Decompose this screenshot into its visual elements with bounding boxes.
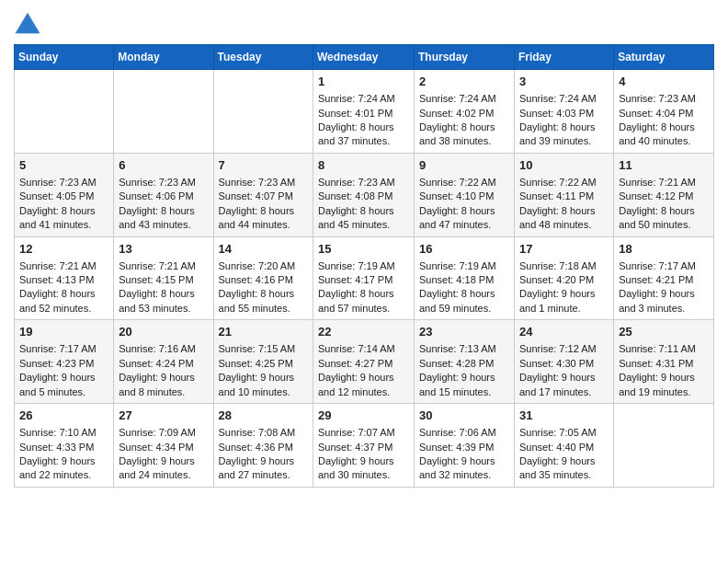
cell-info-line: Daylight: 8 hours and 41 minutes. <box>19 204 108 233</box>
day-header-saturday: Saturday <box>614 45 714 70</box>
day-header-wednesday: Wednesday <box>313 45 415 70</box>
header <box>14 9 714 37</box>
day-number: 24 <box>519 324 609 340</box>
calendar-cell: 8Sunrise: 7:23 AMSunset: 4:08 PMDaylight… <box>313 153 415 236</box>
cell-info-line: Sunrise: 7:13 AM <box>419 342 509 356</box>
calendar-cell: 3Sunrise: 7:24 AMSunset: 4:03 PMDaylight… <box>514 70 613 154</box>
cell-info-line: Daylight: 8 hours and 50 minutes. <box>619 204 709 233</box>
calendar-cell: 13Sunrise: 7:21 AMSunset: 4:15 PMDayligh… <box>114 236 213 320</box>
cell-info-line: Sunset: 4:23 PM <box>19 357 108 371</box>
cell-info-line: Sunset: 4:18 PM <box>419 273 509 287</box>
calendar-cell: 25Sunrise: 7:11 AMSunset: 4:31 PMDayligh… <box>614 320 714 404</box>
cell-info-line: Sunrise: 7:24 AM <box>519 92 609 106</box>
day-header-sunday: Sunday <box>15 45 114 70</box>
calendar-cell: 28Sunrise: 7:08 AMSunset: 4:36 PMDayligh… <box>213 404 313 488</box>
cell-info-line: Daylight: 9 hours and 30 minutes. <box>318 454 409 483</box>
calendar-cell: 21Sunrise: 7:15 AMSunset: 4:25 PMDayligh… <box>213 320 313 404</box>
cell-info-line: Sunrise: 7:17 AM <box>619 259 709 273</box>
calendar-cell: 22Sunrise: 7:14 AMSunset: 4:27 PMDayligh… <box>313 320 415 404</box>
cell-info-line: Sunrise: 7:12 AM <box>519 342 609 356</box>
cell-info-line: Sunset: 4:24 PM <box>119 357 208 371</box>
cell-info-line: Sunrise: 7:19 AM <box>419 259 509 273</box>
cell-info-line: Sunset: 4:17 PM <box>318 273 409 287</box>
day-number: 7 <box>219 157 308 174</box>
cell-info-line: Sunrise: 7:21 AM <box>19 259 108 273</box>
cell-info-line: Sunrise: 7:21 AM <box>119 259 208 273</box>
cell-info-line: Sunrise: 7:14 AM <box>318 342 409 356</box>
cell-info-line: Sunrise: 7:23 AM <box>318 176 409 190</box>
calendar-cell: 1Sunrise: 7:24 AMSunset: 4:01 PMDaylight… <box>313 70 415 154</box>
cell-info-line: Sunset: 4:31 PM <box>619 357 709 371</box>
cell-info-line: Daylight: 9 hours and 5 minutes. <box>19 371 108 399</box>
cell-info-line: Daylight: 8 hours and 38 minutes. <box>419 121 509 149</box>
calendar-cell <box>15 70 114 154</box>
cell-info-line: Sunset: 4:06 PM <box>119 190 208 203</box>
cell-info-line: Sunset: 4:36 PM <box>219 441 308 454</box>
calendar-cell: 2Sunrise: 7:24 AMSunset: 4:02 PMDaylight… <box>414 70 514 154</box>
calendar-cell: 26Sunrise: 7:10 AMSunset: 4:33 PMDayligh… <box>15 404 114 488</box>
cell-info-line: Daylight: 8 hours and 53 minutes. <box>119 287 208 316</box>
cell-info-line: Sunset: 4:37 PM <box>318 441 409 454</box>
calendar-header: SundayMondayTuesdayWednesdayThursdayFrid… <box>15 45 714 70</box>
cell-info-line: Sunset: 4:30 PM <box>519 357 609 371</box>
cell-info-line: Daylight: 8 hours and 40 minutes. <box>619 121 709 149</box>
calendar-week-4: 19Sunrise: 7:17 AMSunset: 4:23 PMDayligh… <box>15 320 714 404</box>
cell-info-line: Sunset: 4:34 PM <box>119 441 208 454</box>
calendar-cell: 24Sunrise: 7:12 AMSunset: 4:30 PMDayligh… <box>514 320 613 404</box>
calendar-cell: 27Sunrise: 7:09 AMSunset: 4:34 PMDayligh… <box>114 404 213 488</box>
logo-icon <box>14 9 41 37</box>
cell-info-line: Sunset: 4:03 PM <box>519 107 609 121</box>
cell-info-line: Sunset: 4:39 PM <box>419 441 509 454</box>
cell-info-line: Daylight: 8 hours and 44 minutes. <box>219 204 308 233</box>
cell-info-line: Sunrise: 7:06 AM <box>419 426 509 440</box>
cell-info-line: Sunset: 4:15 PM <box>119 273 208 287</box>
calendar-cell: 30Sunrise: 7:06 AMSunset: 4:39 PMDayligh… <box>414 404 514 488</box>
day-number: 15 <box>318 241 409 258</box>
cell-info-line: Daylight: 9 hours and 12 minutes. <box>318 371 409 399</box>
day-number: 28 <box>219 408 308 424</box>
cell-info-line: Daylight: 9 hours and 3 minutes. <box>619 287 709 316</box>
cell-info-line: Daylight: 8 hours and 57 minutes. <box>318 287 409 316</box>
day-number: 27 <box>119 408 208 424</box>
cell-info-line: Sunrise: 7:20 AM <box>219 259 308 273</box>
cell-info-line: Sunrise: 7:24 AM <box>318 92 409 106</box>
day-number: 5 <box>19 157 108 174</box>
cell-info-line: Sunset: 4:28 PM <box>419 357 509 371</box>
cell-info-line: Sunrise: 7:16 AM <box>119 342 208 356</box>
cell-info-line: Sunrise: 7:22 AM <box>419 176 509 190</box>
cell-info-line: Sunset: 4:05 PM <box>19 190 108 203</box>
calendar-cell: 20Sunrise: 7:16 AMSunset: 4:24 PMDayligh… <box>114 320 213 404</box>
cell-info-line: Sunrise: 7:22 AM <box>519 176 609 190</box>
day-number: 1 <box>318 74 409 90</box>
cell-info-line: Sunrise: 7:21 AM <box>619 176 709 190</box>
calendar-cell: 23Sunrise: 7:13 AMSunset: 4:28 PMDayligh… <box>414 320 514 404</box>
calendar-cell: 31Sunrise: 7:05 AMSunset: 4:40 PMDayligh… <box>514 404 613 488</box>
day-number: 4 <box>619 74 709 90</box>
cell-info-line: Sunset: 4:13 PM <box>19 273 108 287</box>
calendar-table: SundayMondayTuesdayWednesdayThursdayFrid… <box>14 44 714 488</box>
cell-info-line: Sunset: 4:25 PM <box>219 357 308 371</box>
day-number: 8 <box>318 157 409 174</box>
cell-info-line: Daylight: 9 hours and 32 minutes. <box>419 454 509 483</box>
cell-info-line: Sunrise: 7:11 AM <box>619 342 709 356</box>
calendar-cell: 9Sunrise: 7:22 AMSunset: 4:10 PMDaylight… <box>414 153 514 236</box>
cell-info-line: Sunrise: 7:10 AM <box>19 426 108 440</box>
cell-info-line: Daylight: 9 hours and 1 minute. <box>519 287 609 316</box>
day-number: 22 <box>318 324 409 340</box>
cell-info-line: Daylight: 8 hours and 39 minutes. <box>519 121 609 149</box>
calendar-cell: 6Sunrise: 7:23 AMSunset: 4:06 PMDaylight… <box>114 153 213 236</box>
cell-info-line: Daylight: 8 hours and 37 minutes. <box>318 121 409 149</box>
cell-info-line: Sunrise: 7:23 AM <box>19 176 108 190</box>
day-number: 26 <box>19 408 108 424</box>
cell-info-line: Sunset: 4:08 PM <box>318 190 409 203</box>
cell-info-line: Sunrise: 7:07 AM <box>318 426 409 440</box>
cell-info-line: Daylight: 8 hours and 55 minutes. <box>219 287 308 316</box>
calendar-cell: 14Sunrise: 7:20 AMSunset: 4:16 PMDayligh… <box>213 236 313 320</box>
calendar-week-5: 26Sunrise: 7:10 AMSunset: 4:33 PMDayligh… <box>15 404 714 488</box>
calendar-cell <box>614 404 714 488</box>
calendar-cell: 12Sunrise: 7:21 AMSunset: 4:13 PMDayligh… <box>15 236 114 320</box>
calendar-cell: 11Sunrise: 7:21 AMSunset: 4:12 PMDayligh… <box>614 153 714 236</box>
day-number: 17 <box>519 241 609 258</box>
cell-info-line: Sunset: 4:20 PM <box>519 273 609 287</box>
cell-info-line: Sunrise: 7:23 AM <box>119 176 208 190</box>
